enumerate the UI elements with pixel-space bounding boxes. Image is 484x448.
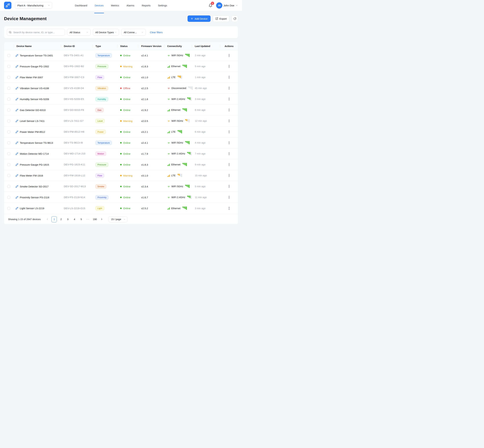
page-size-select[interactable]: 15 / page (108, 216, 127, 222)
device-name-cell[interactable]: Temperature Sensor TS-9613 (13, 141, 61, 144)
row-checkbox[interactable] (7, 65, 10, 68)
nav-item-metrics[interactable]: Metrics (111, 0, 119, 11)
device-name-cell[interactable]: Motion Detector MD-1714 (13, 152, 61, 155)
connectivity-label: WiFi 5GHz (172, 185, 183, 188)
checkbox-cell (4, 54, 13, 57)
user-menu[interactable]: JD John Doe (215, 2, 238, 8)
row-checkbox[interactable] (7, 76, 10, 79)
chevron-down-icon (86, 31, 88, 33)
site-selector-value: Plant A - Manufacturing (17, 4, 43, 7)
actions-cell (220, 206, 238, 211)
signal-strength-bars (182, 163, 187, 166)
row-actions-menu-button[interactable] (227, 151, 231, 156)
chevron-down-icon (123, 218, 125, 220)
last-updated: 7 min ago (195, 152, 205, 155)
refresh-button[interactable] (232, 16, 238, 22)
type-badge: Flow (95, 174, 104, 178)
pagination-bar: Showing 1-15 of 2847 devices 12345•••190… (4, 214, 238, 224)
nav-item-devices[interactable]: Devices (95, 0, 104, 11)
page-button-4[interactable]: 4 (72, 216, 77, 222)
table-row: Temperature Sensor TS-9613DEV-TS-9613-I9… (4, 137, 238, 148)
device-name-cell[interactable]: Flow Meter FM-3307 (13, 76, 61, 79)
row-actions-menu-button[interactable] (227, 206, 231, 211)
row-actions-menu-button[interactable] (227, 162, 231, 167)
device-name-cell[interactable]: Smoke Detector SD-2017 (13, 185, 61, 188)
row-checkbox[interactable] (7, 54, 10, 57)
row-actions-menu-button[interactable] (227, 119, 231, 123)
row-checkbox[interactable] (7, 98, 10, 101)
row-actions-menu-button[interactable] (227, 173, 231, 178)
row-checkbox[interactable] (7, 152, 10, 155)
page-button-3[interactable]: 3 (65, 216, 70, 222)
last-updated-cell: 15 min ago (192, 174, 220, 177)
export-label: Export (220, 17, 227, 20)
nav-item-alarms[interactable]: Alarms (127, 0, 134, 11)
nav-item-settings[interactable]: Settings (158, 0, 167, 11)
clear-filters-link[interactable]: Clear filters (150, 31, 163, 34)
row-actions-menu-button[interactable] (227, 53, 231, 58)
device-name: Pressure Gauge PG-1502 (20, 65, 49, 68)
chevron-down-icon (235, 4, 238, 7)
device-name-cell[interactable]: Vibration Sensor VS-4108 (13, 87, 61, 90)
nav-item-reports[interactable]: Reports (142, 0, 151, 11)
row-checkbox[interactable] (7, 196, 10, 199)
row-checkbox[interactable] (7, 163, 10, 166)
row-checkbox[interactable] (7, 130, 10, 133)
export-button[interactable]: Export (213, 16, 230, 22)
row-checkbox[interactable] (7, 141, 10, 144)
notifications-button[interactable]: 5 (208, 3, 213, 8)
row-actions-menu-button[interactable] (227, 129, 231, 134)
status-label: Warning (123, 65, 132, 68)
site-selector[interactable]: Plant A - Manufacturing (15, 2, 52, 8)
row-actions-menu-button[interactable] (227, 184, 231, 189)
device-name-cell[interactable]: Flow Meter FM-1916 (13, 174, 61, 177)
nav-item-dashboard[interactable]: Dashboard (75, 0, 87, 11)
connectivity-label: WiFi 5GHz (172, 120, 183, 122)
firmware-version: v2.0.5 (141, 120, 148, 122)
device-name-cell[interactable]: Humidity Sensor HS-5209 (13, 98, 61, 101)
status-filter[interactable]: All Status (67, 29, 90, 36)
page-button-190[interactable]: 190 (92, 216, 98, 222)
signal-strength-bars (185, 185, 189, 188)
next-page-button[interactable] (99, 216, 104, 222)
device-name-cell[interactable]: Pressure Gauge PG-1815 (13, 163, 61, 166)
firmware-cell: v1.6.7 (138, 196, 164, 199)
row-actions-menu-button[interactable] (227, 86, 231, 90)
row-checkbox[interactable] (7, 109, 10, 112)
status-badge: Online (120, 54, 131, 57)
notification-badge: 5 (211, 2, 214, 5)
device-id-cell: DEV-PS-2118-N14 (61, 196, 92, 199)
add-device-button[interactable]: Add Device (188, 16, 211, 22)
device-name-cell[interactable]: Power Meter PM-8512 (13, 130, 61, 133)
connectivity-filter[interactable]: All Conne... (121, 29, 146, 36)
row-checkbox[interactable] (7, 120, 10, 122)
device-name-cell[interactable]: Light Sensor LS-2219 (13, 207, 61, 210)
prev-page-button[interactable] (45, 216, 50, 222)
device-type-filter[interactable]: All Device Types (93, 29, 119, 36)
row-actions-menu-button[interactable] (227, 64, 231, 69)
page-button-5[interactable]: 5 (79, 216, 84, 222)
page-button-1[interactable]: 1 (51, 216, 57, 222)
page-button-2[interactable]: 2 (58, 216, 64, 222)
connectivity-label: LTE (171, 174, 176, 177)
row-checkbox[interactable] (7, 174, 10, 177)
row-actions-menu-button[interactable] (227, 140, 231, 145)
row-actions-menu-button[interactable] (227, 97, 231, 101)
row-actions-menu-button[interactable] (227, 75, 231, 80)
checkbox-cell (4, 174, 13, 177)
row-checkbox[interactable] (7, 207, 10, 210)
device-name-cell[interactable]: Gas Detector GD-6310 (13, 109, 61, 112)
cellular-bars-icon (167, 130, 170, 133)
device-id-cell: DEV-HS-5209-E5 (61, 98, 92, 100)
row-actions-menu-button[interactable] (227, 195, 231, 200)
device-name-cell[interactable]: Proximity Sensor PS-2118 (13, 196, 61, 199)
device-name-cell[interactable]: Temperature Sensor TS-2401 (13, 54, 61, 57)
device-name-cell[interactable]: Pressure Gauge PG-1502 (13, 65, 61, 68)
firmware-version: v1.8.3 (141, 65, 148, 68)
last-updated-cell: 45 min ago (192, 87, 220, 89)
row-actions-menu-button[interactable] (227, 108, 231, 112)
search-input[interactable] (7, 29, 65, 36)
device-name-cell[interactable]: Level Sensor LS-7411 (13, 120, 61, 122)
row-checkbox[interactable] (7, 87, 10, 90)
row-checkbox[interactable] (7, 185, 10, 188)
